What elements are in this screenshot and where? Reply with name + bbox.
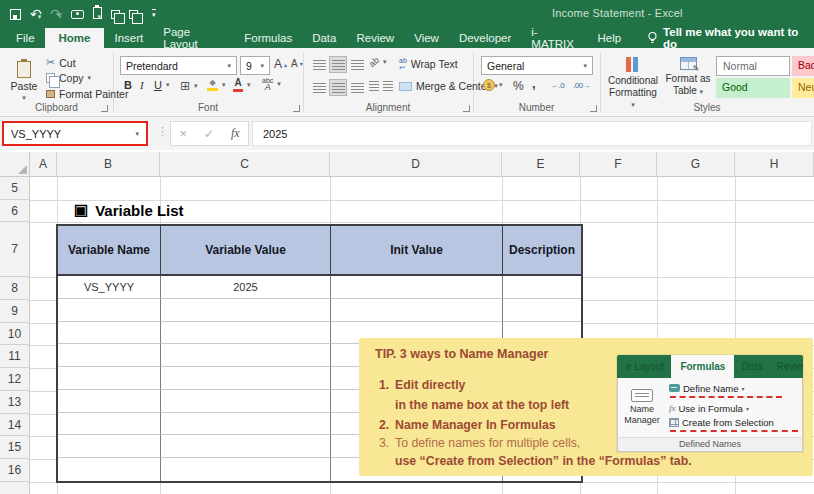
accounting-format-button[interactable]: $ ▾ — [483, 79, 503, 91]
tell-me-box[interactable]: Tell me what you want to do — [647, 28, 814, 48]
alignment-dialog-launcher-icon[interactable] — [463, 105, 470, 112]
tab-page-layout[interactable]: Page Layout — [153, 28, 234, 48]
row-header-15[interactable]: 15 — [0, 436, 30, 459]
col-header-E[interactable]: E — [502, 152, 580, 177]
copy-dropdown-icon[interactable]: ▾ — [88, 74, 92, 82]
row-header-6[interactable]: 6 — [0, 200, 30, 222]
customize-qat-icon[interactable]: ▾ — [152, 9, 156, 19]
font-color-button[interactable]: A ▾ — [233, 78, 251, 92]
fill-color-dropdown-icon[interactable]: ▾ — [222, 81, 226, 89]
bold-button[interactable]: B — [124, 79, 132, 91]
cell-style-normal[interactable]: Normal — [716, 56, 790, 76]
wrap-text-button[interactable]: ab↩ Wrap Text — [399, 57, 458, 71]
table-cell[interactable]: 2025 — [161, 276, 331, 299]
table-cell[interactable] — [58, 367, 161, 390]
row-header-10[interactable]: 10 — [0, 323, 30, 345]
font-dialog-launcher-icon[interactable] — [293, 105, 300, 112]
shrink-font-button[interactable]: A▾ — [291, 58, 303, 69]
paste-dropdown-icon[interactable]: ▾ — [22, 94, 26, 102]
table-cell[interactable] — [58, 322, 161, 345]
table-header-cell[interactable]: Init Value — [331, 226, 503, 276]
cell-style-good[interactable]: Good — [716, 78, 790, 98]
col-header-B[interactable]: B — [57, 152, 160, 177]
number-format-combo[interactable]: General ▾ — [481, 56, 593, 75]
table-cell[interactable] — [58, 435, 161, 458]
grow-font-button[interactable]: A▴ — [274, 57, 287, 71]
table-cell[interactable]: VS_YYYY — [58, 276, 161, 299]
insert-function-icon[interactable]: fx — [231, 126, 240, 141]
number-format-dropdown-icon[interactable]: ▾ — [583, 62, 587, 70]
cancel-icon[interactable]: × — [179, 126, 187, 141]
table-cell[interactable] — [58, 344, 161, 367]
underline-button[interactable]: U ▾ — [154, 79, 169, 91]
increase-decimal-button[interactable]: ←.0 — [551, 81, 564, 90]
table-cell[interactable] — [161, 435, 331, 458]
accounting-dropdown-icon[interactable]: ▾ — [499, 81, 503, 89]
undo-dropdown-icon[interactable]: ▾ — [38, 13, 42, 20]
align-center-button[interactable] — [329, 79, 347, 96]
table-cell[interactable] — [503, 299, 581, 322]
row-header-16[interactable]: 16 — [0, 459, 30, 482]
row-header-9[interactable]: 9 — [0, 300, 30, 323]
decrease-indent-icon[interactable] — [369, 81, 379, 91]
table-cell[interactable] — [503, 276, 581, 299]
table-cell[interactable] — [58, 299, 161, 322]
clipboard-dialog-launcher-icon[interactable] — [101, 105, 108, 112]
table-cell[interactable] — [161, 458, 331, 481]
percent-style-button[interactable]: % — [513, 79, 524, 93]
table-cell[interactable] — [161, 344, 331, 367]
redo-button[interactable]: ↷▾ — [50, 5, 61, 23]
tab-insert[interactable]: Insert — [104, 28, 153, 48]
decrease-decimal-button[interactable]: .00→ — [573, 81, 590, 90]
phonetic-button[interactable]: abcA ▾ — [262, 78, 281, 91]
number-dialog-launcher-icon[interactable] — [590, 105, 597, 112]
select-all-button[interactable] — [0, 152, 30, 177]
underline-dropdown-icon[interactable]: ▾ — [166, 81, 170, 89]
tab-formulas[interactable]: Formulas — [234, 28, 302, 48]
cell-style-neutral[interactable]: Neutral — [792, 78, 814, 98]
col-header-H[interactable]: H — [735, 152, 814, 177]
table-cell[interactable] — [58, 413, 161, 436]
save-icon[interactable] — [10, 9, 21, 20]
table-cell[interactable] — [58, 390, 161, 413]
table-cell[interactable] — [161, 367, 331, 390]
align-middle-button[interactable] — [329, 56, 347, 73]
enter-icon[interactable]: ✓ — [204, 127, 214, 141]
orientation-button[interactable]: ab ▾ — [369, 57, 387, 67]
font-size-dropdown-icon[interactable]: ▾ — [260, 62, 264, 70]
increase-indent-icon[interactable] — [383, 81, 393, 91]
table-cell[interactable] — [331, 299, 503, 322]
row-header-partial[interactable] — [0, 482, 30, 494]
col-header-C[interactable]: C — [160, 152, 330, 177]
tab-review[interactable]: Review — [346, 28, 404, 48]
font-name-combo[interactable]: Pretendard ▾ — [120, 56, 237, 75]
table-cell[interactable] — [331, 276, 503, 299]
row-header-5[interactable]: 5 — [0, 177, 30, 200]
align-top-button[interactable] — [310, 56, 328, 73]
table-header-cell[interactable]: Description — [503, 226, 581, 276]
tab-data[interactable]: Data — [302, 28, 346, 48]
name-box[interactable]: VS_YYYY ▾ — [2, 121, 148, 146]
font-size-combo[interactable]: 9 ▾ — [240, 56, 270, 75]
copy-picture-button[interactable]: ▾ — [129, 5, 144, 23]
font-color-dropdown-icon[interactable]: ▾ — [247, 81, 251, 89]
copy-button[interactable]: Copy ▾ — [46, 72, 91, 84]
paste-special-button[interactable]: ▾ — [93, 5, 102, 23]
align-left-button[interactable] — [310, 79, 328, 96]
formula-input[interactable]: 2025 — [252, 121, 812, 146]
row-header-7[interactable]: 7 — [0, 222, 30, 277]
row-header-12[interactable]: 12 — [0, 368, 30, 391]
tab-i-matrix[interactable]: i-MATRIX — [521, 28, 587, 48]
table-cell[interactable] — [161, 390, 331, 413]
col-header-A[interactable]: A — [30, 152, 57, 177]
font-name-dropdown-icon[interactable]: ▾ — [227, 62, 231, 70]
name-box-dropdown-icon[interactable]: ▾ — [135, 130, 139, 138]
italic-button[interactable]: I — [140, 79, 144, 91]
row-header-13[interactable]: 13 — [0, 391, 30, 414]
align-bottom-button[interactable] — [348, 56, 366, 73]
tab-help[interactable]: Help — [588, 28, 632, 48]
orientation-dropdown-icon[interactable]: ▾ — [383, 58, 387, 66]
row-header-14[interactable]: 14 — [0, 414, 30, 436]
copy-cells-icon[interactable] — [111, 10, 120, 19]
cut-button[interactable]: ✂ Cut — [46, 56, 76, 69]
